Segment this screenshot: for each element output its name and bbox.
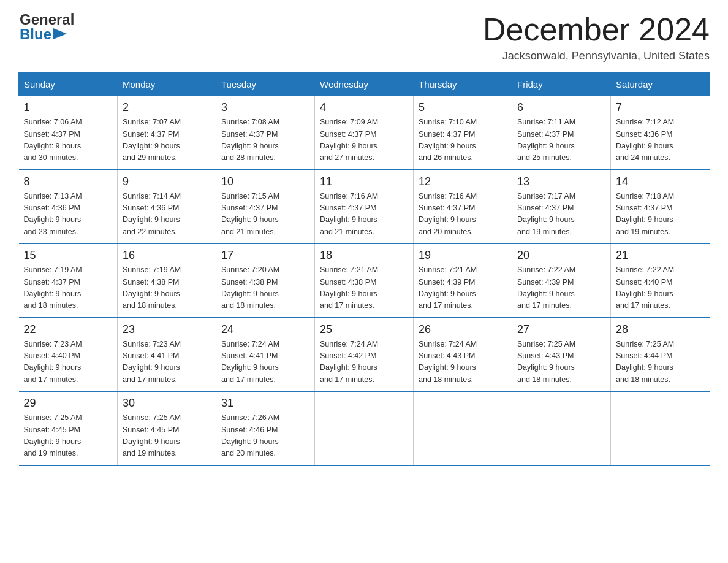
calendar-cell: 5 Sunrise: 7:10 AM Sunset: 4:37 PM Dayli… bbox=[414, 96, 512, 170]
calendar-cell: 25 Sunrise: 7:24 AM Sunset: 4:42 PM Dayl… bbox=[315, 318, 414, 392]
calendar-cell: 1 Sunrise: 7:06 AM Sunset: 4:37 PM Dayli… bbox=[19, 96, 118, 170]
day-info: Sunrise: 7:19 AM Sunset: 4:37 PM Dayligh… bbox=[24, 264, 113, 312]
header-row: Sunday Monday Tuesday Wednesday Thursday… bbox=[19, 73, 710, 96]
header-sunday: Sunday bbox=[19, 73, 118, 96]
calendar-cell: 15 Sunrise: 7:19 AM Sunset: 4:37 PM Dayl… bbox=[19, 243, 118, 318]
day-info: Sunrise: 7:16 AM Sunset: 4:37 PM Dayligh… bbox=[320, 191, 408, 239]
day-number: 12 bbox=[419, 175, 507, 188]
calendar-cell: 18 Sunrise: 7:21 AM Sunset: 4:38 PM Dayl… bbox=[315, 243, 414, 318]
day-info: Sunrise: 7:09 AM Sunset: 4:37 PM Dayligh… bbox=[320, 117, 408, 164]
calendar-cell: 6 Sunrise: 7:11 AM Sunset: 4:37 PM Dayli… bbox=[512, 96, 611, 170]
calendar-cell: 12 Sunrise: 7:16 AM Sunset: 4:37 PM Dayl… bbox=[414, 170, 512, 244]
day-info: Sunrise: 7:14 AM Sunset: 4:36 PM Dayligh… bbox=[123, 191, 211, 239]
calendar-cell: 30 Sunrise: 7:25 AM Sunset: 4:45 PM Dayl… bbox=[118, 391, 216, 465]
day-number: 27 bbox=[517, 323, 605, 336]
calendar-cell: 21 Sunrise: 7:22 AM Sunset: 4:40 PM Dayl… bbox=[611, 243, 710, 318]
calendar-cell: 26 Sunrise: 7:24 AM Sunset: 4:43 PM Dayl… bbox=[414, 318, 512, 392]
calendar-cell: 29 Sunrise: 7:25 AM Sunset: 4:45 PM Dayl… bbox=[19, 391, 118, 465]
day-info: Sunrise: 7:26 AM Sunset: 4:46 PM Dayligh… bbox=[221, 412, 309, 460]
day-number: 21 bbox=[616, 249, 705, 262]
calendar-cell: 14 Sunrise: 7:18 AM Sunset: 4:37 PM Dayl… bbox=[611, 170, 710, 244]
day-number: 10 bbox=[221, 175, 309, 188]
calendar-body: 1 Sunrise: 7:06 AM Sunset: 4:37 PM Dayli… bbox=[19, 96, 710, 465]
day-number: 24 bbox=[221, 323, 309, 336]
day-number: 23 bbox=[123, 323, 211, 336]
header-saturday: Saturday bbox=[611, 73, 710, 96]
day-info: Sunrise: 7:07 AM Sunset: 4:37 PM Dayligh… bbox=[123, 117, 211, 164]
calendar-cell bbox=[611, 391, 710, 465]
day-number: 14 bbox=[616, 175, 705, 188]
day-number: 26 bbox=[419, 323, 507, 336]
day-info: Sunrise: 7:18 AM Sunset: 4:37 PM Dayligh… bbox=[616, 191, 705, 239]
header-monday: Monday bbox=[118, 73, 216, 96]
calendar-cell: 3 Sunrise: 7:08 AM Sunset: 4:37 PM Dayli… bbox=[216, 96, 315, 170]
calendar-cell: 4 Sunrise: 7:09 AM Sunset: 4:37 PM Dayli… bbox=[315, 96, 414, 170]
location-text: Jacksonwald, Pennsylvania, United States bbox=[483, 50, 710, 63]
calendar-cell: 19 Sunrise: 7:21 AM Sunset: 4:39 PM Dayl… bbox=[414, 243, 512, 318]
day-number: 13 bbox=[517, 175, 605, 188]
day-info: Sunrise: 7:12 AM Sunset: 4:36 PM Dayligh… bbox=[616, 117, 705, 164]
day-info: Sunrise: 7:24 AM Sunset: 4:42 PM Dayligh… bbox=[320, 339, 408, 386]
header-wednesday: Wednesday bbox=[315, 73, 414, 96]
calendar-cell: 7 Sunrise: 7:12 AM Sunset: 4:36 PM Dayli… bbox=[611, 96, 710, 170]
calendar-week-2: 8 Sunrise: 7:13 AM Sunset: 4:36 PM Dayli… bbox=[19, 170, 710, 244]
calendar-cell: 9 Sunrise: 7:14 AM Sunset: 4:36 PM Dayli… bbox=[118, 170, 216, 244]
logo-blue-text: Blue bbox=[20, 27, 51, 42]
day-number: 18 bbox=[320, 249, 408, 262]
day-number: 9 bbox=[123, 175, 211, 188]
calendar-week-5: 29 Sunrise: 7:25 AM Sunset: 4:45 PM Dayl… bbox=[19, 391, 710, 465]
day-info: Sunrise: 7:23 AM Sunset: 4:41 PM Dayligh… bbox=[123, 339, 211, 386]
svg-marker-0 bbox=[53, 28, 67, 39]
header-tuesday: Tuesday bbox=[216, 73, 315, 96]
day-info: Sunrise: 7:10 AM Sunset: 4:37 PM Dayligh… bbox=[419, 117, 507, 164]
title-section: December 2024 Jacksonwald, Pennsylvania,… bbox=[483, 12, 710, 63]
day-info: Sunrise: 7:25 AM Sunset: 4:45 PM Dayligh… bbox=[123, 412, 211, 460]
month-title: December 2024 bbox=[483, 12, 710, 47]
day-number: 5 bbox=[419, 101, 507, 114]
day-info: Sunrise: 7:25 AM Sunset: 4:43 PM Dayligh… bbox=[517, 339, 605, 386]
day-info: Sunrise: 7:25 AM Sunset: 4:45 PM Dayligh… bbox=[24, 412, 113, 460]
logo-general: General bbox=[20, 12, 74, 27]
calendar-table: Sunday Monday Tuesday Wednesday Thursday… bbox=[18, 72, 710, 466]
calendar-cell: 22 Sunrise: 7:23 AM Sunset: 4:40 PM Dayl… bbox=[19, 318, 118, 392]
calendar-cell: 28 Sunrise: 7:25 AM Sunset: 4:44 PM Dayl… bbox=[611, 318, 710, 392]
calendar-cell bbox=[512, 391, 611, 465]
day-info: Sunrise: 7:06 AM Sunset: 4:37 PM Dayligh… bbox=[24, 117, 113, 164]
calendar-cell: 2 Sunrise: 7:07 AM Sunset: 4:37 PM Dayli… bbox=[118, 96, 216, 170]
day-info: Sunrise: 7:19 AM Sunset: 4:38 PM Dayligh… bbox=[123, 264, 211, 312]
calendar-cell: 31 Sunrise: 7:26 AM Sunset: 4:46 PM Dayl… bbox=[216, 391, 315, 465]
logo: General Blue bbox=[18, 12, 74, 42]
day-info: Sunrise: 7:11 AM Sunset: 4:37 PM Dayligh… bbox=[517, 117, 605, 164]
day-info: Sunrise: 7:24 AM Sunset: 4:41 PM Dayligh… bbox=[221, 339, 309, 386]
day-info: Sunrise: 7:15 AM Sunset: 4:37 PM Dayligh… bbox=[221, 191, 309, 239]
calendar-cell: 11 Sunrise: 7:16 AM Sunset: 4:37 PM Dayl… bbox=[315, 170, 414, 244]
day-number: 22 bbox=[24, 323, 113, 336]
day-info: Sunrise: 7:23 AM Sunset: 4:40 PM Dayligh… bbox=[24, 339, 113, 386]
calendar-cell: 20 Sunrise: 7:22 AM Sunset: 4:39 PM Dayl… bbox=[512, 243, 611, 318]
day-number: 17 bbox=[221, 249, 309, 262]
day-info: Sunrise: 7:25 AM Sunset: 4:44 PM Dayligh… bbox=[616, 339, 705, 386]
calendar-week-3: 15 Sunrise: 7:19 AM Sunset: 4:37 PM Dayl… bbox=[19, 243, 710, 318]
day-number: 29 bbox=[24, 397, 113, 410]
day-info: Sunrise: 7:13 AM Sunset: 4:36 PM Dayligh… bbox=[24, 191, 113, 239]
day-number: 4 bbox=[320, 101, 408, 114]
calendar-cell bbox=[414, 391, 512, 465]
calendar-cell: 23 Sunrise: 7:23 AM Sunset: 4:41 PM Dayl… bbox=[118, 318, 216, 392]
day-info: Sunrise: 7:08 AM Sunset: 4:37 PM Dayligh… bbox=[221, 117, 309, 164]
day-info: Sunrise: 7:24 AM Sunset: 4:43 PM Dayligh… bbox=[419, 339, 507, 386]
day-number: 25 bbox=[320, 323, 408, 336]
day-info: Sunrise: 7:22 AM Sunset: 4:40 PM Dayligh… bbox=[616, 264, 705, 312]
day-number: 8 bbox=[24, 175, 113, 188]
day-info: Sunrise: 7:22 AM Sunset: 4:39 PM Dayligh… bbox=[517, 264, 605, 312]
calendar-week-1: 1 Sunrise: 7:06 AM Sunset: 4:37 PM Dayli… bbox=[19, 96, 710, 170]
calendar-week-4: 22 Sunrise: 7:23 AM Sunset: 4:40 PM Dayl… bbox=[19, 318, 710, 392]
day-number: 6 bbox=[517, 101, 605, 114]
calendar-cell: 13 Sunrise: 7:17 AM Sunset: 4:37 PM Dayl… bbox=[512, 170, 611, 244]
day-number: 15 bbox=[24, 249, 113, 262]
logo-name: General Blue bbox=[20, 12, 74, 42]
day-number: 16 bbox=[123, 249, 211, 262]
calendar-cell: 24 Sunrise: 7:24 AM Sunset: 4:41 PM Dayl… bbox=[216, 318, 315, 392]
day-number: 2 bbox=[123, 101, 211, 114]
day-info: Sunrise: 7:16 AM Sunset: 4:37 PM Dayligh… bbox=[419, 191, 507, 239]
page-header: General Blue December 2024 Jacksonwald, … bbox=[18, 12, 710, 63]
